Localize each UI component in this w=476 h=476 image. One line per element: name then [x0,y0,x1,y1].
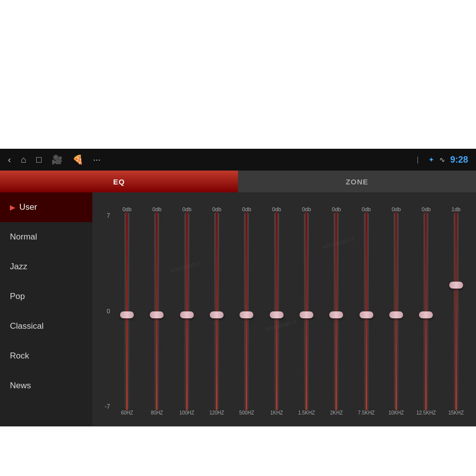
recent-button[interactable]: □ [36,155,42,165]
freq-label-10KHZ: 10KHZ [381,410,411,416]
sidebar-item-classical[interactable]: Classical [0,311,92,341]
slider-track-7.5KHZ[interactable] [364,212,369,410]
tab-eq[interactable]: EQ [0,171,238,192]
slider-thumb-60HZ[interactable] [120,311,134,318]
slider-col-2KHZ [321,212,351,410]
slider-track-120HZ[interactable] [214,212,219,410]
db-label-8: 0db [352,206,381,212]
sidebar-item-pop[interactable]: Pop [0,282,92,311]
more-button[interactable]: ··· [93,155,101,165]
slider-track-1KHZ[interactable] [274,212,279,410]
sidebar: ▶UserNormalJazzPopClassicalRockNews [0,192,92,426]
wifi-icon: ∿ [439,156,445,164]
slider-col-500HZ [232,212,261,410]
slider-thumb-1.5KHZ[interactable] [299,311,313,318]
freq-label-2KHZ: 2KHZ [321,410,351,416]
slider-thumb-120HZ[interactable] [210,311,224,318]
bluetooth-icon: ✦ [428,156,434,164]
sidebar-item-label: User [19,202,37,212]
sidebar-item-user[interactable]: ▶User [0,192,92,222]
db-label-11: 1db [441,206,471,212]
slider-col-1KHZ [262,212,292,410]
slider-track-60HZ[interactable] [124,212,129,410]
freq-label-80HZ: 80HZ [142,410,172,416]
slider-thumb-100HZ[interactable] [180,311,194,318]
slider-thumb-15KHZ[interactable] [449,282,463,289]
sidebar-item-news[interactable]: News [0,371,92,401]
freq-label-15KHZ: 15KHZ [441,410,471,416]
slider-col-120HZ [202,212,232,410]
slider-thumb-2KHZ[interactable] [329,311,343,318]
eq-panel: 0db0db0db0db0db0db0db0db0db0db0db1db 7 0… [92,192,476,426]
db-label-10: 0db [411,206,441,212]
slider-col-1.5KHZ [292,212,321,410]
back-button[interactable]: ‹ [8,155,11,165]
slider-track-1.5KHZ[interactable] [304,212,309,410]
main-content: ▶UserNormalJazzPopClassicalRockNews 0db0… [0,192,476,426]
nav-icons: ‹ ⌂ □ 🎥 🍕 ··· [8,154,417,165]
scale-bottom: -7 [99,403,110,410]
sidebar-item-label: Pop [10,292,25,301]
slider-col-80HZ [142,212,172,410]
slider-col-10KHZ [381,212,411,410]
db-label-5: 0db [262,206,292,212]
scale-top: 7 [99,212,110,219]
slider-thumb-7.5KHZ[interactable] [359,311,373,318]
db-label-1: 0db [142,206,172,212]
home-button[interactable]: ⌂ [21,155,26,165]
slider-track-80HZ[interactable] [154,212,159,410]
status-bar: ‹ ⌂ □ 🎥 🍕 ··· ⎸ ✦ ∿ 9:28 [0,149,476,171]
freq-label-7.5KHZ: 7.5KHZ [352,410,381,416]
sidebar-item-label: Jazz [10,262,27,272]
clock: 9:28 [450,155,468,165]
slider-col-60HZ [112,212,142,410]
slider-col-12.5KHZ [411,212,441,410]
freq-label-1KHZ: 1KHZ [262,410,292,416]
scale-middle: 0 [99,308,110,315]
slider-col-100HZ [172,212,202,410]
db-label-7: 0db [321,206,351,212]
freq-label-1.5KHZ: 1.5KHZ [292,410,321,416]
sidebar-item-label: Normal [10,232,37,242]
db-label-4: 0db [232,206,261,212]
sidebar-item-rock[interactable]: Rock [0,341,92,371]
play-arrow-icon: ▶ [10,203,15,211]
db-label-9: 0db [381,206,411,212]
slider-thumb-1KHZ[interactable] [270,311,284,318]
slider-thumb-12.5KHZ[interactable] [419,311,433,318]
freq-label-100HZ: 100HZ [172,410,202,416]
tab-bar: EQ ZONE [0,171,476,192]
slider-thumb-10KHZ[interactable] [389,311,403,318]
db-label-2: 0db [172,206,202,212]
db-label-3: 0db [202,206,232,212]
eq-scale: 7 0 -7 [97,212,112,410]
slider-track-500HZ[interactable] [244,212,249,410]
cast-icon: ⎸ [417,156,423,164]
slider-track-2KHZ[interactable] [334,212,339,410]
freq-labels: 60HZ80HZ100HZ120HZ500HZ1KHZ1.5KHZ2KHZ7.5… [97,410,471,424]
slider-track-10KHZ[interactable] [394,212,399,410]
sidebar-item-normal[interactable]: Normal [0,222,92,252]
slider-col-7.5KHZ [352,212,381,410]
camera-button[interactable]: 🎥 [52,154,62,165]
slider-track-15KHZ[interactable] [454,212,459,410]
db-label-0: 0db [112,206,142,212]
freq-label-120HZ: 120HZ [202,410,232,416]
sidebar-item-label: Rock [10,351,29,361]
db-label-6: 0db [292,206,321,212]
slider-col-15KHZ [441,212,471,410]
freq-label-500HZ: 500HZ [232,410,261,416]
sidebar-item-jazz[interactable]: Jazz [0,252,92,282]
slider-thumb-80HZ[interactable] [150,311,164,318]
device-frame: ‹ ⌂ □ 🎥 🍕 ··· ⎸ ✦ ∿ 9:28 EQ ZONE ▶UserNo… [0,149,476,426]
slider-thumb-500HZ[interactable] [239,311,253,318]
bag-button[interactable]: 🍕 [72,154,83,165]
slider-track-100HZ[interactable] [184,212,189,410]
sidebar-item-label: Classical [10,321,44,331]
slider-track-12.5KHZ[interactable] [423,212,428,410]
eq-sliders [112,212,471,410]
tab-zone[interactable]: ZONE [238,171,476,192]
status-icons: ⎸ ✦ ∿ 9:28 [417,155,468,165]
db-labels-top: 0db0db0db0db0db0db0db0db0db0db0db1db [97,197,471,212]
freq-label-12.5KHZ: 12.5KHZ [411,410,441,416]
